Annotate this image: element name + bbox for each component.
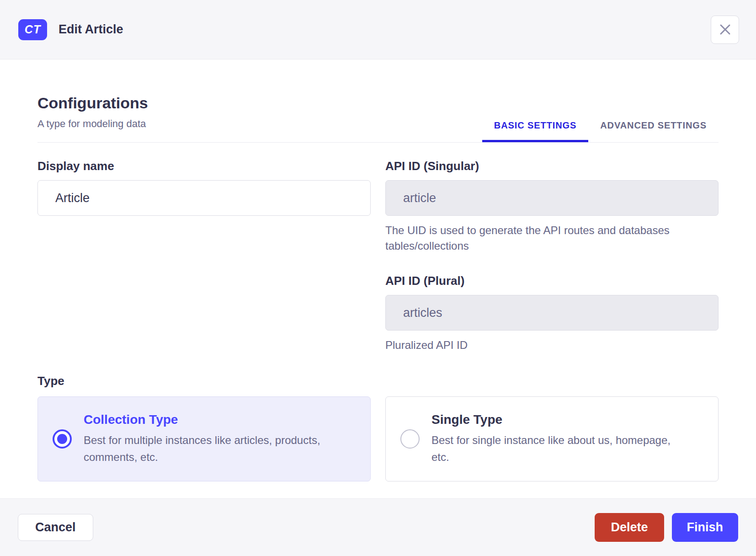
- single-type-radio-dot: [405, 434, 415, 444]
- api-id-plural-input: [385, 295, 719, 331]
- page-title: Configurations: [37, 94, 148, 112]
- type-options: Collection Type Best for multiple instan…: [37, 396, 719, 481]
- api-id-plural-hint: Pluralized API ID: [385, 337, 719, 353]
- content-type-badge-label: CT: [25, 23, 41, 36]
- tab-basic-settings[interactable]: BASIC SETTINGS: [482, 120, 588, 142]
- left-column: Display name: [37, 159, 371, 353]
- collection-type-radio-dot: [57, 434, 67, 444]
- type-option-single-type[interactable]: Single Type Best for single instance lik…: [385, 396, 719, 481]
- close-button[interactable]: [711, 16, 739, 44]
- footer-actions: Delete Finish: [595, 513, 738, 542]
- collection-type-texts: Collection Type Best for multiple instan…: [84, 412, 340, 465]
- section-titles: Configurations A type for modeling data: [37, 94, 148, 142]
- api-id-singular-label: API ID (Singular): [385, 159, 719, 173]
- collection-type-radio[interactable]: [53, 429, 72, 449]
- modal-body: Configurations A type for modeling data …: [0, 59, 756, 498]
- api-id-singular-field: API ID (Singular) The UID is used to gen…: [385, 159, 719, 254]
- single-type-description: Best for single instance like about us, …: [431, 432, 687, 465]
- right-column: API ID (Singular) The UID is used to gen…: [385, 159, 719, 353]
- modal-header: CT Edit Article: [0, 0, 756, 59]
- modal-title: Edit Article: [59, 22, 123, 37]
- configuration-form: Display name API ID (Singular) The UID i…: [37, 159, 719, 353]
- display-name-input[interactable]: [37, 180, 371, 216]
- single-type-texts: Single Type Best for single instance lik…: [431, 412, 687, 465]
- cancel-button[interactable]: Cancel: [18, 514, 93, 541]
- type-option-collection-type[interactable]: Collection Type Best for multiple instan…: [37, 396, 371, 481]
- tab-advanced-settings[interactable]: ADVANCED SETTINGS: [588, 120, 719, 142]
- collection-type-title: Collection Type: [84, 412, 340, 427]
- api-id-singular-hint: The UID is used to generate the API rout…: [385, 223, 719, 254]
- modal-footer: Cancel Delete Finish: [0, 498, 756, 556]
- api-id-singular-input: [385, 180, 719, 216]
- single-type-radio[interactable]: [400, 429, 420, 449]
- content-type-badge: CT: [18, 19, 47, 40]
- display-name-label: Display name: [37, 159, 371, 173]
- api-id-plural-field: API ID (Plural) Pluralized API ID: [385, 274, 719, 353]
- close-icon: [719, 23, 731, 36]
- page-subtitle: A type for modeling data: [37, 118, 148, 130]
- single-type-title: Single Type: [431, 412, 687, 427]
- collection-type-description: Best for multiple instances like article…: [84, 432, 340, 465]
- settings-tabs: BASIC SETTINGS ADVANCED SETTINGS: [482, 120, 719, 142]
- edit-article-modal: CT Edit Article Configurations A type fo…: [0, 0, 756, 556]
- delete-button[interactable]: Delete: [595, 513, 664, 542]
- finish-button[interactable]: Finish: [672, 513, 739, 542]
- type-label: Type: [37, 374, 719, 388]
- section-head: Configurations A type for modeling data …: [37, 59, 719, 143]
- api-id-plural-label: API ID (Plural): [385, 274, 719, 288]
